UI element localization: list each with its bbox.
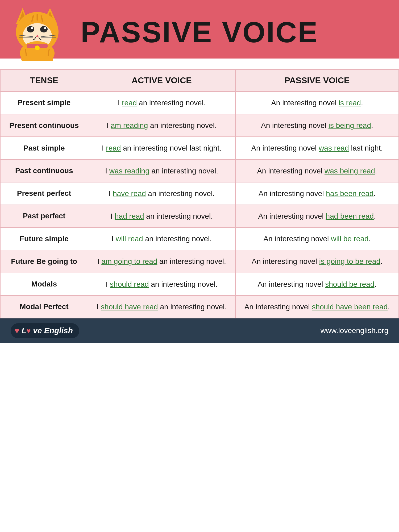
- tense-cell: Past continuous: [0, 160, 88, 182]
- active-verb: should read: [110, 280, 149, 288]
- heart-icon: ♥: [14, 326, 19, 336]
- col-tense: TENSE: [0, 69, 88, 92]
- passive-verb: is going to be read: [319, 257, 380, 265]
- passive-verb: will be read: [331, 235, 369, 243]
- table-section: TENSE ACTIVE VOICE PASSIVE VOICE Present…: [0, 69, 399, 318]
- table-row: Past simpleI read an interesting novel l…: [0, 137, 399, 159]
- passive-cell: An interesting novel should have been re…: [235, 296, 399, 318]
- passive-verb: had been read: [326, 212, 374, 220]
- passive-cell: An interesting novel is going to be read…: [235, 250, 399, 273]
- footer-url: www.loveenglish.org: [321, 326, 388, 335]
- active-cell: I read an interesting novel last night.: [88, 137, 235, 159]
- footer: ♥ L♥ve English www.loveenglish.org: [0, 318, 399, 343]
- svg-point-9: [27, 26, 34, 32]
- col-passive: PASSIVE VOICE: [235, 69, 399, 92]
- active-cell: I had read an interesting novel.: [88, 205, 235, 227]
- passive-cell: An interesting novel will be read.: [235, 227, 399, 250]
- tense-cell: Present continuous: [0, 114, 88, 137]
- cat-illustration: [11, 3, 64, 59]
- page-wrapper: PASSIVE VOICE TENSE ACTIVE VOICE PASSIVE…: [0, 0, 399, 532]
- passive-cell: An interesting novel was read last night…: [235, 137, 399, 159]
- active-cell: I should have read an interesting novel.: [88, 296, 235, 318]
- table-row: ModalsI should read an interesting novel…: [0, 273, 399, 296]
- table-row: Past perfectI had read an interesting no…: [0, 205, 399, 227]
- passive-verb: should be read: [325, 280, 374, 288]
- svg-point-11: [31, 27, 33, 29]
- passive-verb: has been read: [326, 189, 373, 198]
- footer-logo: ♥ L♥ve English: [11, 323, 79, 338]
- active-verb: am reading: [111, 121, 148, 130]
- table-row: Present continuousI am reading an intere…: [0, 114, 399, 137]
- active-verb: am going to read: [101, 257, 157, 265]
- active-cell: I am going to read an interesting novel.: [88, 250, 235, 273]
- tense-cell: Past perfect: [0, 205, 88, 227]
- header: PASSIVE VOICE: [0, 0, 399, 59]
- passive-cell: An interesting novel was being read.: [235, 160, 399, 182]
- col-active: ACTIVE VOICE: [88, 69, 235, 92]
- passive-cell: An interesting novel is read.: [235, 92, 399, 114]
- passive-cell: An interesting novel has been read.: [235, 182, 399, 205]
- svg-point-12: [44, 27, 46, 29]
- table-row: Future simpleI will read an interesting …: [0, 227, 399, 250]
- passive-verb: was read: [319, 144, 349, 152]
- passive-verb: is read: [339, 99, 361, 107]
- passive-cell: An interesting novel had been read.: [235, 205, 399, 227]
- tense-cell: Present simple: [0, 92, 88, 114]
- svg-point-10: [40, 26, 48, 32]
- active-verb: had read: [115, 212, 144, 220]
- passive-cell: An interesting novel is being read.: [235, 114, 399, 137]
- active-cell: I was reading an interesting novel.: [88, 160, 235, 182]
- table-row: Present simpleI read an interesting nove…: [0, 92, 399, 114]
- passive-cell: An interesting novel should be read.: [235, 273, 399, 296]
- tense-cell: Present perfect: [0, 182, 88, 205]
- active-cell: I will read an interesting novel.: [88, 227, 235, 250]
- passive-verb: is being read: [329, 121, 371, 130]
- active-verb: have read: [113, 189, 146, 198]
- active-cell: I have read an interesting novel.: [88, 182, 235, 205]
- active-verb: read: [106, 144, 121, 152]
- active-verb: read: [122, 99, 137, 107]
- active-cell: I am reading an interesting novel.: [88, 114, 235, 137]
- table-row: Future Be going toI am going to read an …: [0, 250, 399, 273]
- footer-logo-text: L♥ve English: [22, 326, 73, 335]
- active-verb: should have read: [101, 303, 158, 311]
- table-row: Past continuousI was reading an interest…: [0, 160, 399, 182]
- table-row: Present perfectI have read an interestin…: [0, 182, 399, 205]
- passive-verb: was being read: [325, 167, 375, 175]
- active-cell: I should read an interesting novel.: [88, 273, 235, 296]
- active-verb: will read: [116, 235, 143, 243]
- active-cell: I read an interesting novel.: [88, 92, 235, 114]
- tense-cell: Future Be going to: [0, 250, 88, 273]
- svg-point-22: [35, 45, 40, 50]
- tense-cell: Past simple: [0, 137, 88, 159]
- passive-voice-table: TENSE ACTIVE VOICE PASSIVE VOICE Present…: [0, 69, 399, 318]
- tense-cell: Future simple: [0, 227, 88, 250]
- active-verb: was reading: [109, 167, 149, 175]
- tense-cell: Modal Perfect: [0, 296, 88, 318]
- tense-cell: Modals: [0, 273, 88, 296]
- passive-verb: should have been read: [312, 303, 388, 311]
- table-row: Modal PerfectI should have read an inter…: [0, 296, 399, 318]
- header-title: PASSIVE VOICE: [81, 15, 318, 49]
